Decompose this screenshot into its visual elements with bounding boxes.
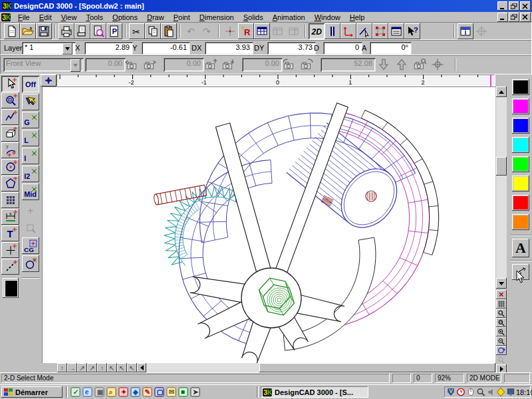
cut-button[interactable]: ✂ (129, 23, 145, 39)
print-button[interactable] (59, 23, 74, 39)
text-tool-tool[interactable]: T (1, 225, 19, 241)
info-window-button[interactable]: i (458, 23, 473, 39)
box-3d-tool[interactable] (1, 126, 19, 142)
pointer-style-button[interactable] (512, 264, 529, 280)
restore-button[interactable] (509, 1, 519, 11)
coord-field-d[interactable]: 0 (323, 42, 362, 55)
layer-window-button[interactable] (388, 23, 404, 39)
dimension-tool-tool[interactable]: x (1, 209, 19, 225)
menu-dimension[interactable]: Dimension (195, 13, 239, 22)
designcad-task-button[interactable]: 3K DesignCAD 3000 - [S... (261, 386, 368, 398)
menu-tools[interactable]: Tools (81, 13, 108, 22)
pan-view-button-3[interactable]: ↗ (87, 363, 97, 372)
page-zoom-button[interactable] (90, 23, 106, 39)
open-file-button[interactable] (20, 23, 36, 39)
shortcut-app-icon[interactable]: ■ (177, 387, 189, 398)
snap-intersection-2-button[interactable]: I2 (22, 166, 39, 182)
child-close-button[interactable] (520, 13, 531, 22)
text-style-button[interactable]: A (512, 239, 529, 257)
coord-field-x[interactable]: 2.89 (84, 42, 133, 55)
shortcut-paint-icon[interactable]: ✎ (141, 387, 153, 398)
origin-point-button[interactable]: R (238, 23, 254, 39)
tray-antivirus-shield-icon[interactable]: V (446, 387, 456, 397)
pan-view-button-5[interactable]: ↖ (107, 363, 117, 372)
menu-edit[interactable]: Edit (35, 13, 57, 22)
view-select[interactable]: Front View (3, 58, 84, 72)
tray-speaker-icon[interactable] (486, 387, 496, 397)
child-minimize-button[interactable] (497, 13, 508, 22)
tray-find-magnifier-icon[interactable] (476, 387, 486, 397)
shortcut-monitor-icon[interactable]: ▢ (153, 387, 165, 398)
menu-options[interactable]: Options (108, 13, 142, 22)
scroll-left-button[interactable] (137, 363, 146, 372)
shortcut-network-icon[interactable]: ◈ (129, 387, 141, 398)
minimize-button[interactable] (497, 1, 508, 11)
context-help-button[interactable]: ? (404, 23, 420, 39)
coord-field-a[interactable]: 0° (370, 42, 412, 55)
document-icon[interactable]: 3K (1, 13, 11, 22)
close-button[interactable] (520, 1, 531, 11)
viewport-table-button[interactable] (254, 23, 270, 39)
pan-view-button-0[interactable]: ↑ (57, 363, 67, 372)
select-handles-button[interactable] (372, 23, 388, 39)
vertical-scroll-thumb[interactable] (496, 157, 507, 176)
point-tool-tool[interactable] (1, 242, 19, 258)
menu-animation[interactable]: Animation (268, 13, 310, 22)
shortcut-find-icon[interactable]: ⌕ (105, 387, 117, 398)
chevron-down-icon[interactable] (63, 43, 72, 55)
copy-button[interactable] (145, 23, 161, 39)
close-drawing-button[interactable] (496, 290, 507, 299)
menu-file[interactable]: File (13, 13, 35, 22)
layer-select[interactable]: * 1 (22, 42, 76, 55)
palette-swatch-7[interactable] (512, 214, 529, 230)
snap-line-button[interactable]: L (22, 130, 39, 146)
grid-toggle-button[interactable] (496, 299, 507, 309)
pan-view-button-1[interactable]: → (67, 363, 77, 372)
palette-swatch-1[interactable] (512, 98, 529, 114)
tray-norton-diamond-icon[interactable] (496, 387, 506, 397)
snap-intersection-1-button[interactable]: I (22, 148, 39, 164)
snap-center-gravity-button[interactable]: CG (22, 237, 39, 254)
tray-display-icon[interactable] (506, 387, 516, 397)
menu-view[interactable]: View (57, 13, 82, 22)
coord-field-dy[interactable]: 3.73 (267, 42, 316, 55)
mode-2d-button[interactable]: 2D (309, 23, 325, 39)
zoom-in-button[interactable] (496, 327, 507, 336)
palette-swatch-5[interactable] (512, 176, 529, 192)
polygon-tool-tool[interactable] (1, 176, 19, 192)
pan-view-button-2[interactable]: ↗ (77, 363, 87, 372)
plot-button[interactable]: P (106, 23, 122, 39)
shortcut-media-icon[interactable]: ✦ (117, 387, 129, 398)
vertical-scroll-track[interactable] (496, 97, 507, 278)
snap-cursor-button[interactable] (22, 94, 39, 110)
tray-mouse-icon[interactable] (466, 387, 476, 397)
new-file-button[interactable] (4, 23, 20, 39)
shortcut-doc-icon[interactable]: ✓ (69, 387, 81, 398)
pan-view-button-6[interactable]: ↖ (117, 363, 127, 372)
menu-help[interactable]: Help (345, 13, 370, 22)
chevron-down-icon[interactable] (70, 59, 80, 72)
menu-draw[interactable]: Draw (142, 13, 169, 22)
paste-button[interactable] (161, 23, 177, 39)
arc-tool-tool[interactable]: ? (1, 142, 19, 158)
hatch-grid-tool[interactable] (1, 192, 19, 208)
print-preview-button[interactable] (74, 23, 90, 39)
shortcut-internet-icon[interactable]: e (81, 387, 93, 398)
menu-window[interactable]: Window (310, 13, 345, 22)
ruler-origin-button[interactable] (41, 74, 57, 86)
scroll-down-button[interactable] (496, 278, 507, 289)
drawing-canvas[interactable] (42, 86, 495, 363)
dash-line-tool[interactable] (1, 259, 19, 275)
pan-view-button-7[interactable]: ↖ (127, 363, 137, 372)
shortcut-camera-icon[interactable]: ▣ (93, 387, 105, 398)
save-file-button[interactable] (36, 23, 52, 39)
select-tool[interactable] (1, 76, 19, 92)
start-button[interactable]: Démarrer (1, 386, 63, 398)
line-select-button[interactable] (356, 23, 372, 39)
zoom-out-button[interactable] (496, 336, 507, 346)
menu-point[interactable]: Point (169, 13, 195, 22)
shortcut-arrow-icon[interactable]: ➤ (189, 387, 201, 398)
coord-field-y[interactable]: -0.61 (142, 42, 190, 55)
palette-swatch-3[interactable] (512, 137, 529, 153)
pan-view-button-4[interactable]: ↑ (97, 363, 107, 372)
